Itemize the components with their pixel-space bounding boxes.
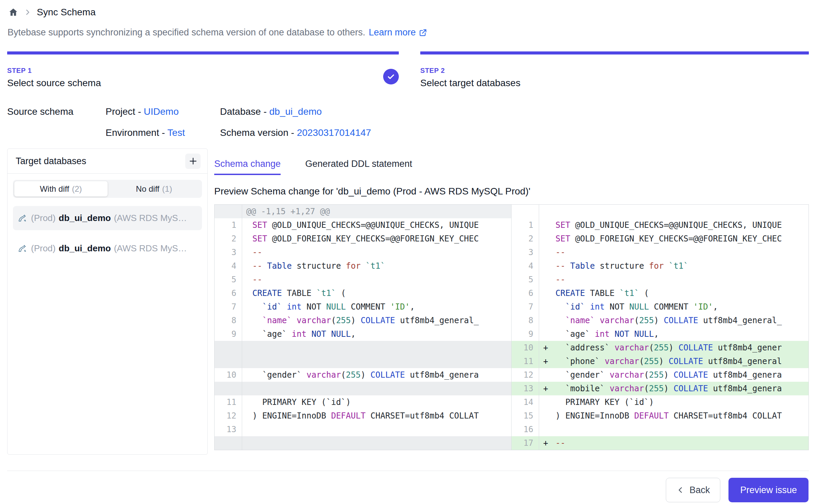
line-number: 14 <box>512 395 539 409</box>
line-number <box>512 205 539 218</box>
schema-version-link[interactable]: 20230317014147 <box>297 127 371 138</box>
code-line: PRIMARY KEY (`id`) <box>539 395 809 409</box>
line-number: 6 <box>215 286 242 300</box>
step-indicator: STEP 1 Select source schema STEP 2 Selec… <box>7 51 809 89</box>
diff-row: 14 PRIMARY KEY (`id`) <box>512 395 809 409</box>
line-number: 10 <box>215 368 242 382</box>
db-name: db_ui_demo <box>59 213 111 223</box>
line-number: 15 <box>512 409 539 423</box>
code-line: `age` int NOT NULL, <box>242 327 511 341</box>
line-number: 2 <box>512 232 539 246</box>
source-schema-label: Source schema <box>7 106 106 117</box>
diff-row: 10+ `address` varchar(255) COLLATE utf8m… <box>512 341 809 355</box>
diff-row: 8 `name` varchar(255) COLLATE utf8mb4_ge… <box>215 314 511 327</box>
target-db-item[interactable]: (Prod) db_ui_demo (AWS RDS MyS… <box>13 206 202 230</box>
step1-title: Select source schema <box>7 78 399 89</box>
step2-label: STEP 2 <box>420 67 809 75</box>
line-number: 4 <box>512 259 539 273</box>
line-number: 4 <box>215 259 242 273</box>
footer-divider <box>7 471 809 471</box>
line-number <box>215 341 242 355</box>
code-line <box>539 205 809 218</box>
back-button[interactable]: Back <box>666 478 720 502</box>
add-database-button[interactable] <box>185 154 201 169</box>
source-schema-summary: Source schema Project - UIDemo Database … <box>7 106 816 138</box>
back-label: Back <box>689 485 710 495</box>
sync-schema-page: Sync Schema Bytebase supports synchroniz… <box>0 0 816 504</box>
line-number: 7 <box>512 300 539 314</box>
code-line: -- Table structure for `t1` <box>242 259 511 273</box>
diff-pane-right[interactable]: 1SET @OLD_UNIQUE_CHECKS=@@UNIQUE_CHECKS,… <box>512 205 809 450</box>
check-icon <box>387 72 395 81</box>
code-line: + `address` varchar(255) COLLATE utf8mb4… <box>539 341 809 355</box>
target-db-list: (Prod) db_ui_demo (AWS RDS MyS… (Prod) d… <box>13 206 202 261</box>
diff-sign: + <box>543 355 555 368</box>
diff-row: 4-- Table structure for `t1` <box>215 259 511 273</box>
target-databases-panel: Target databases With diff(2) No diff(1) <box>7 148 208 455</box>
diff-row: 3-- <box>215 246 511 259</box>
code-line: `id` int NOT NULL COMMENT 'ID', <box>539 300 809 314</box>
code-line: SET @OLD_FOREIGN_KEY_CHECKS=@@FOREIGN_KE… <box>242 232 511 246</box>
diff-row <box>512 205 809 218</box>
diff-row <box>215 382 511 395</box>
line-number: 9 <box>215 327 242 341</box>
line-number <box>215 205 242 218</box>
diff-row: 5-- <box>215 273 511 286</box>
code-line: -- <box>539 273 809 286</box>
code-line: -- Table structure for `t1` <box>539 259 809 273</box>
diff-row: 1SET @OLD_UNIQUE_CHECKS=@@UNIQUE_CHECKS,… <box>512 218 809 232</box>
database-link[interactable]: db_ui_demo <box>269 106 322 117</box>
tab-generated-ddl[interactable]: Generated DDL statement <box>305 159 412 175</box>
diff-row: 9 `age` int NOT NULL, <box>512 327 809 341</box>
diff-row <box>215 355 511 368</box>
line-number: 3 <box>512 246 539 259</box>
diff-row: 12 `gender` varchar(255) COLLATE utf8mb4… <box>512 368 809 382</box>
db-name: db_ui_demo <box>59 243 111 254</box>
code-line: -- <box>242 273 511 286</box>
line-number: 1 <box>215 218 242 232</box>
diff-row: 12) ENGINE=InnoDB DEFAULT CHARSET=utf8mb… <box>215 409 511 423</box>
environment-link[interactable]: Test <box>168 127 185 138</box>
diff-row: 13+ `mobile` varchar(255) COLLATE utf8mb… <box>512 382 809 395</box>
line-number: 2 <box>215 232 242 246</box>
db-env: (Prod) <box>31 243 56 254</box>
diff-row: 11 PRIMARY KEY (`id`) <box>215 395 511 409</box>
preview-issue-button[interactable]: Preview issue <box>728 478 809 502</box>
diff-pane-left[interactable]: @@ -1,15 +1,27 @@1SET @OLD_UNIQUE_CHECKS… <box>215 205 512 450</box>
mysql-icon <box>18 213 28 223</box>
tab-with-diff[interactable]: With diff(2) <box>14 181 108 196</box>
diff-row: 2SET @OLD_FOREIGN_KEY_CHECKS=@@FOREIGN_K… <box>512 232 809 246</box>
page-title: Sync Schema <box>37 7 96 18</box>
line-number: 11 <box>215 395 242 409</box>
step2-progress-bar <box>420 51 809 54</box>
plus-icon <box>188 156 198 166</box>
breadcrumb: Sync Schema <box>0 0 816 18</box>
code-line: `gender` varchar(255) COLLATE utf8mb4_ge… <box>242 368 511 382</box>
tab-no-diff[interactable]: No diff(1) <box>108 181 201 196</box>
diff-row: 6CREATE TABLE `t1` ( <box>512 286 809 300</box>
target-db-item[interactable]: (Prod) db_ui_demo (AWS RDS MyS… <box>13 236 202 261</box>
tab-schema-change[interactable]: Schema change <box>214 159 281 175</box>
preview-tabs: Schema change Generated DDL statement <box>214 159 809 175</box>
line-number: 12 <box>215 409 242 423</box>
chevron-left-icon <box>676 486 685 494</box>
code-line: SET @OLD_FOREIGN_KEY_CHECKS=@@FOREIGN_KE… <box>539 232 809 246</box>
line-number: 12 <box>512 368 539 382</box>
diff-row: 16 <box>512 423 809 436</box>
line-number: 13 <box>215 423 242 436</box>
code-line: SET @OLD_UNIQUE_CHECKS=@@UNIQUE_CHECKS, … <box>539 218 809 232</box>
diff-viewer: @@ -1,15 +1,27 @@1SET @OLD_UNIQUE_CHECKS… <box>214 204 809 450</box>
project-link[interactable]: UIDemo <box>144 106 179 117</box>
diff-sign: + <box>543 382 555 395</box>
mysql-icon <box>18 243 28 254</box>
diff-row: 7 `id` int NOT NULL COMMENT 'ID', <box>215 300 511 314</box>
diff-row <box>215 436 511 450</box>
schema-version-field: Schema version - 20230317014147 <box>220 127 816 138</box>
db-env: (Prod) <box>31 213 56 223</box>
learn-more-link[interactable]: Learn more <box>369 27 427 38</box>
preview-heading: Preview Schema change for 'db_ui_demo (P… <box>214 186 809 197</box>
home-icon[interactable] <box>8 7 18 17</box>
code-line: -- <box>539 246 809 259</box>
diff-row: 6CREATE TABLE `t1` ( <box>215 286 511 300</box>
step-2: STEP 2 Select target databases <box>420 51 809 89</box>
